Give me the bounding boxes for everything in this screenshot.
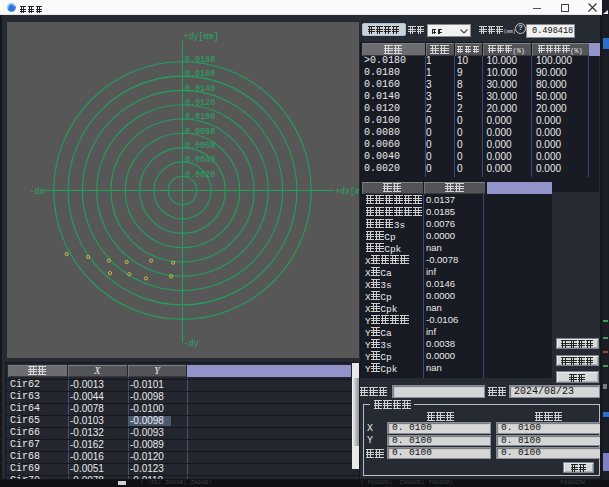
svg-text:+dx[m: +dx[m xyxy=(335,187,359,197)
svg-text:0.0180: 0.0180 xyxy=(185,55,215,65)
svg-text:-dy: -dy xyxy=(184,339,199,349)
svg-text:0.0120: 0.0120 xyxy=(185,98,215,108)
svg-text:+dy[mm]: +dy[mm] xyxy=(184,32,219,42)
svg-text:0.0100: 0.0100 xyxy=(185,112,215,122)
svg-text:0.0040: 0.0040 xyxy=(185,155,215,165)
svg-text:0.0020: 0.0020 xyxy=(185,170,215,180)
svg-text:0.0140: 0.0140 xyxy=(185,84,215,94)
svg-text:0.0080: 0.0080 xyxy=(185,127,215,137)
svg-text:-dx: -dx xyxy=(30,187,45,197)
svg-text:0.0060: 0.0060 xyxy=(185,141,215,151)
svg-text:0.0160: 0.0160 xyxy=(185,69,215,79)
